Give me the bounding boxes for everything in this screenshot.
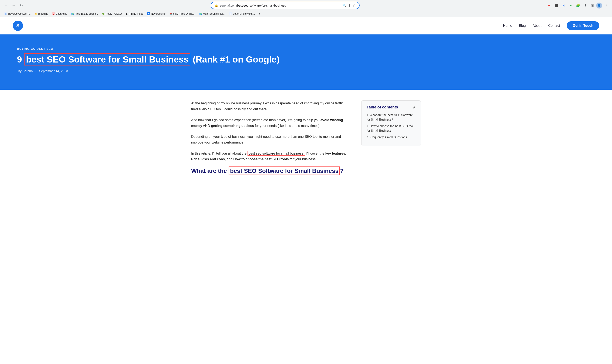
bookmarks-bar: R Reverso Context |... 📁 Blogging E Ecos… <box>0 11 612 17</box>
article-p2: And now that I gained some experience (b… <box>191 117 353 129</box>
profile-icon-red[interactable]: ● <box>546 2 552 9</box>
logo-letter: S <box>16 23 20 28</box>
bookmark-blogging-label: Blogging <box>38 12 48 15</box>
toc-toggle-button[interactable]: ∧ <box>413 105 416 109</box>
address-domain: serenaf.com <box>220 4 236 7</box>
nav-home[interactable]: Home <box>503 24 512 28</box>
bookmark-vettori[interactable]: F Vettori, Foto y PS... <box>227 12 257 16</box>
cta-button[interactable]: Get in Touch <box>567 21 599 30</box>
hero-title: 9 best SEO Software for Small Business (… <box>17 54 595 65</box>
article-p4-and: , and <box>225 157 233 161</box>
bookmark-edx-label: edX | Free Online... <box>173 12 195 15</box>
address-bar[interactable]: 🔒 serenaf.com/best-seo-software-for-smal… <box>211 2 360 9</box>
bookmark-novoresume[interactable]: N Novorésumé <box>145 12 167 16</box>
bookmark-reverso[interactable]: R Reverso Context |... <box>2 12 32 16</box>
lock-icon: 🔒 <box>215 4 218 7</box>
article-p4-pre: In this article, I'll tell you all about… <box>191 152 247 155</box>
bookmark-mactorrents-icon: 🌍 <box>199 12 202 15</box>
bookmark-freetexttospeech-icon: 🌍 <box>71 12 74 15</box>
site-logo: S <box>13 21 23 31</box>
bookmark-novoresume-icon: N <box>147 12 150 15</box>
article-p4-bold2: Pros and cons <box>201 157 225 161</box>
article-p2-bold2: getting something useless <box>211 124 254 128</box>
bookmark-novoresume-label: Novorésumé <box>151 12 165 15</box>
download-button[interactable]: ⬇ <box>582 2 589 9</box>
article-p2-pre: And now that I gained some experience (b… <box>191 118 320 122</box>
site-header: S Home Blog About Contact Get in Touch <box>0 17 612 34</box>
toc-item-3-link[interactable]: Frequently Asked Questions <box>370 135 407 139</box>
bookmark-freetexttospeech-label: Free Text to speec... <box>75 12 98 15</box>
sidebar: Table of contents ∧ 1. What are the best… <box>361 100 421 146</box>
toc-item-2-link[interactable]: How to choose the best SEO tool for Smal… <box>367 124 414 132</box>
sidebar-toggle[interactable]: ▣ <box>589 2 596 9</box>
bookmark-reply[interactable]: 🌿 Reply - GECO <box>100 12 124 16</box>
bookmark-reverso-icon: R <box>4 12 7 15</box>
browser-toolbar: ← → ↻ 🔒 serenaf.com/best-seo-software-fo… <box>0 0 612 11</box>
heading-highlight: best SEO Software for Small Business <box>229 167 340 175</box>
bookmark-edx[interactable]: 📚 edX | Free Online... <box>168 12 197 16</box>
bookmark-more[interactable]: » <box>257 12 262 16</box>
nav-about[interactable]: About <box>533 24 541 28</box>
logo-circle: S <box>13 21 23 31</box>
nav-contact[interactable]: Contact <box>548 24 560 28</box>
extension-n[interactable]: N <box>560 2 567 9</box>
site-nav: Home Blog About Contact Get in Touch <box>503 21 599 30</box>
extensions-puzzle[interactable]: 🧩 <box>574 2 581 9</box>
bookmark-primevideo-icon: ▶ <box>126 12 129 15</box>
toc-title: Table of contents <box>367 105 398 109</box>
hero-author: By Serena <box>18 69 33 73</box>
address-star-icon: ☆ <box>353 3 356 7</box>
bookmark-ecosagile-label: EcosAgile <box>56 12 67 15</box>
toc-header: Table of contents ∧ <box>367 105 416 109</box>
article-p4-bold3: How to choose the best SEO tools <box>233 157 288 161</box>
bookmark-mactorrents[interactable]: 🌍 Mac Torrents | Tor... <box>197 12 227 16</box>
back-button[interactable]: ← <box>2 2 9 9</box>
profile-avatar[interactable]: 👤 <box>596 2 602 9</box>
article-p4-post: I'll cover the <box>305 152 325 155</box>
content-area: At the beginning of my online business j… <box>178 90 434 185</box>
heading-pre: What are the <box>191 168 229 174</box>
bookmark-blogging[interactable]: 📁 Blogging <box>33 12 50 16</box>
article-p2-mid: AND <box>202 124 211 128</box>
bookmark-blogging-icon: 📁 <box>34 12 38 15</box>
article-p2-post: for your needs (like I did … so many tim… <box>254 124 320 128</box>
address-path: /best-seo-software-for-small-business <box>236 4 286 7</box>
more-menu-button[interactable]: ⋮ <box>603 2 610 9</box>
bookmark-ecosagile[interactable]: E EcosAgile <box>50 12 69 16</box>
extension-grey[interactable]: ⬛ <box>553 2 560 9</box>
forward-button[interactable]: → <box>10 2 17 9</box>
bookmark-edx-icon: 📚 <box>169 12 172 15</box>
article-p3: Depending on your type of business, you … <box>191 134 353 145</box>
article-p4-comma: , <box>199 157 201 161</box>
hero-section: BUYING GUIDES | SEO 9 best SEO Software … <box>0 34 612 90</box>
bookmark-mactorrents-label: Mac Torrents | Tor... <box>203 12 225 15</box>
address-share-icon: ⬆ <box>348 3 351 7</box>
bookmark-more-label: » <box>259 12 260 15</box>
hero-category: BUYING GUIDES | SEO <box>17 47 595 50</box>
toc-item-3-num: 3. <box>367 136 370 139</box>
bookmark-primevideo[interactable]: ▶ Prime Video <box>124 12 145 16</box>
hero-title-highlight: best SEO Software for Small Business <box>25 53 190 65</box>
bookmark-primevideo-label: Prime Video <box>130 12 143 15</box>
hero-title-pre: 9 <box>17 54 25 65</box>
page-wrapper: S Home Blog About Contact Get in Touch B… <box>0 17 612 363</box>
hero-meta-dot: • <box>35 69 37 73</box>
address-text: serenaf.com/best-seo-software-for-small-… <box>220 4 341 7</box>
extension-green[interactable]: ● <box>567 2 574 9</box>
toc-item-1-num: 1. <box>367 114 370 117</box>
bookmark-reverso-label: Reverso Context |... <box>8 12 31 15</box>
toc-item-1-link[interactable]: What are the best SEO Software for Small… <box>367 113 413 121</box>
address-search-icon: 🔍 <box>342 3 347 7</box>
toc-item-2-num: 2. <box>367 125 370 128</box>
toolbar-right: ● ⬛ N ● 🧩 ⬇ ▣ 👤 ⋮ <box>546 2 610 9</box>
bookmark-reply-label: Reply - GECO <box>105 12 122 15</box>
section-heading-1: What are the best SEO Software for Small… <box>191 167 353 175</box>
article-p1: At the beginning of my online business j… <box>191 100 353 112</box>
reload-button[interactable]: ↻ <box>18 2 25 9</box>
toc-list: 1. What are the best SEO Software for Sm… <box>367 113 416 140</box>
bookmark-reply-icon: 🌿 <box>102 12 105 15</box>
article-p4-end: for your business. <box>289 157 317 161</box>
browser-chrome: ← → ↻ 🔒 serenaf.com/best-seo-software-fo… <box>0 0 612 17</box>
bookmark-freetexttospeech[interactable]: 🌍 Free Text to speec... <box>69 12 100 16</box>
nav-blog[interactable]: Blog <box>519 24 526 28</box>
